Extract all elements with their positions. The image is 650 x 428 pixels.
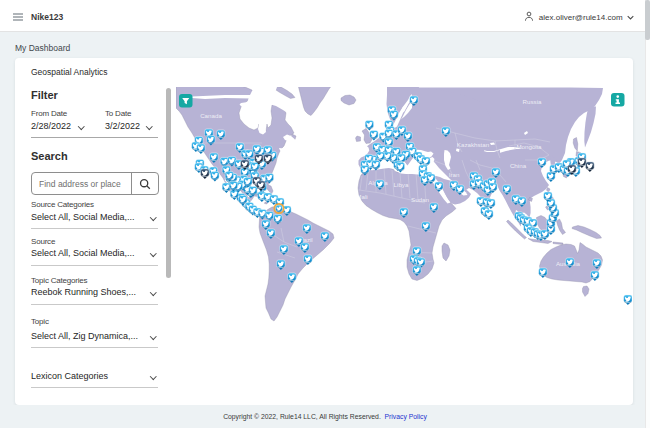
svg-text:Mongolia: Mongolia [516,143,542,150]
svg-text:Libya: Libya [394,181,409,188]
svg-text:Russia: Russia [523,98,542,105]
svg-text:China: China [510,162,527,169]
svg-text:Canada: Canada [200,112,222,119]
svg-text:Sudan: Sudan [411,196,429,203]
svg-text:Iran: Iran [449,171,460,178]
svg-text:Kazakhstan: Kazakhstan [457,141,490,148]
svg-text:Mali: Mali [356,193,367,200]
